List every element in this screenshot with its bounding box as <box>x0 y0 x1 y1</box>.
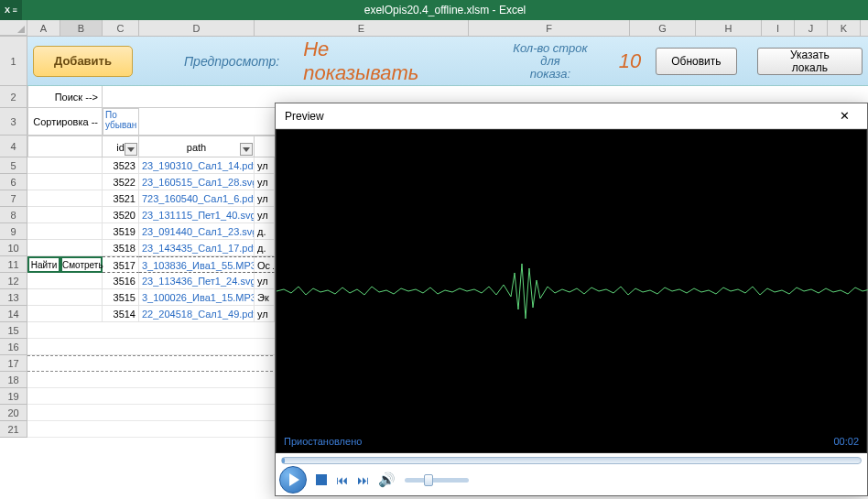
cell-path[interactable]: 23_113436_Пет1_24.svg <box>139 273 255 289</box>
table-row[interactable]: 352323_190310_Сал1_14.pdfул <box>27 157 275 174</box>
cell-e[interactable]: Ос Ле <box>255 256 275 273</box>
cell-e[interactable]: ул <box>255 306 275 322</box>
col-F[interactable]: F <box>469 20 630 36</box>
row-16[interactable]: 16 <box>0 339 27 355</box>
cell-path[interactable]: 23_143435_Сал1_17.pdf <box>139 240 255 256</box>
cell-ab[interactable] <box>27 157 103 174</box>
add-button[interactable]: Добавить <box>33 46 133 77</box>
cell-ab[interactable] <box>27 174 103 190</box>
row-11[interactable]: 11 <box>0 256 27 273</box>
cell-ab[interactable] <box>27 273 103 289</box>
cell-ab[interactable] <box>27 240 103 256</box>
table-row[interactable]: 351623_113436_Пет1_24.svgул <box>27 273 275 289</box>
col-B[interactable]: B <box>60 20 103 36</box>
table-row[interactable]: 351422_204518_Сал1_49.pdfул <box>27 306 275 322</box>
table-row[interactable]: 352223_160515_Сал1_28.svgул <box>27 174 275 190</box>
cell-e[interactable]: ул <box>255 190 275 207</box>
volume-icon[interactable]: 🔊 <box>378 472 396 488</box>
cell-id[interactable]: 3515 <box>103 289 139 306</box>
row-4[interactable]: 4 <box>0 136 27 157</box>
cell-path[interactable]: 22_204518_Сал1_49.pdf <box>139 306 255 322</box>
th-id[interactable]: id <box>103 136 139 157</box>
row-19[interactable]: 19 <box>0 388 27 405</box>
cell-id[interactable]: 3523 <box>103 157 139 174</box>
volume-slider[interactable] <box>405 478 469 483</box>
view-cell[interactable]: Смотреть <box>60 256 103 273</box>
row-17[interactable]: 17 <box>0 355 27 372</box>
find-cell[interactable]: Найти <box>27 256 60 273</box>
cell-path[interactable]: 23_160515_Сал1_28.svg <box>139 174 255 190</box>
filter-path-icon[interactable] <box>240 143 253 156</box>
table-row[interactable]: 35153_100026_Ива1_15.MP3Эк <box>27 289 275 306</box>
seek-bar[interactable] <box>281 457 862 464</box>
row-20[interactable]: 20 <box>0 405 27 421</box>
row-2[interactable]: 2 <box>0 86 27 108</box>
col-E[interactable]: E <box>255 20 469 36</box>
cell-path[interactable]: 3_100026_Ива1_15.MP3 <box>139 289 255 306</box>
table-row[interactable]: 351923_091440_Сал1_23.svgд. <box>27 223 275 240</box>
cell-id[interactable]: 3517 <box>103 256 139 273</box>
row-15[interactable]: 15 <box>0 322 27 339</box>
col-C[interactable]: C <box>103 20 139 36</box>
cell-id[interactable]: 3516 <box>103 273 139 289</box>
cell-path[interactable]: 723_160540_Сал1_6.pdf <box>139 190 255 207</box>
cell-path[interactable]: 3_103836_Ива1_55.MP3 <box>139 256 255 273</box>
stop-button[interactable] <box>316 474 327 485</box>
cell-path[interactable]: 23_131115_Пет1_40.svg <box>139 207 255 223</box>
cell-path[interactable]: 23_091440_Сал1_23.svg <box>139 223 255 240</box>
row-8[interactable]: 8 <box>0 207 27 223</box>
th-path[interactable]: path <box>139 136 255 157</box>
row-18[interactable]: 18 <box>0 372 27 388</box>
cell-id[interactable]: 3521 <box>103 190 139 207</box>
select-all-corner[interactable] <box>0 20 27 36</box>
cell-ab[interactable] <box>27 289 103 306</box>
cell-id[interactable]: 3518 <box>103 240 139 256</box>
sort-value[interactable]: По убыван <box>103 108 139 136</box>
row-7[interactable]: 7 <box>0 190 27 207</box>
refresh-button[interactable]: Обновить <box>656 48 736 75</box>
col-H[interactable]: H <box>696 20 762 36</box>
preview-titlebar[interactable]: Preview ✕ <box>276 103 867 129</box>
cell-e[interactable]: ул <box>255 174 275 190</box>
row-1[interactable]: 1 <box>0 37 27 86</box>
cell-e[interactable]: ул <box>255 273 275 289</box>
col-I[interactable]: I <box>762 20 795 36</box>
table-row[interactable]: 352023_131115_Пет1_40.svgул <box>27 207 275 223</box>
table-row[interactable]: 351823_143435_Сал1_17.pdfд. <box>27 240 275 256</box>
col-A[interactable]: A <box>27 20 60 36</box>
filter-id-icon[interactable] <box>125 143 137 156</box>
row-9[interactable]: 9 <box>0 223 27 240</box>
cell-ab[interactable] <box>27 190 103 207</box>
row-5[interactable]: 5 <box>0 157 27 174</box>
col-G[interactable]: G <box>630 20 696 36</box>
row-14[interactable]: 14 <box>0 306 27 322</box>
prev-button[interactable]: ⏮ <box>336 473 348 487</box>
rows-value[interactable]: 10 <box>619 49 641 73</box>
cell-ab[interactable] <box>27 207 103 223</box>
col-J[interactable]: J <box>795 20 828 36</box>
cell-ab[interactable] <box>27 306 103 322</box>
row-3[interactable]: 3 <box>0 108 27 136</box>
cell-ab[interactable] <box>27 223 103 240</box>
row-12[interactable]: 12 <box>0 273 27 289</box>
locale-button[interactable]: Указать локаль <box>757 48 863 75</box>
row-21[interactable]: 21 <box>0 421 27 438</box>
col-K[interactable]: K <box>828 20 861 36</box>
cell-path[interactable]: 23_190310_Сал1_14.pdf <box>139 157 255 174</box>
cell-e[interactable]: Эк <box>255 289 275 306</box>
row-6[interactable]: 6 <box>0 174 27 190</box>
table-row[interactable]: 3521723_160540_Сал1_6.pdfул <box>27 190 275 207</box>
cell-e[interactable]: ул <box>255 207 275 223</box>
cell-id[interactable]: 3520 <box>103 207 139 223</box>
row-10[interactable]: 10 <box>0 240 27 256</box>
preview-value[interactable]: Не показывать <box>303 38 443 85</box>
col-D[interactable]: D <box>139 20 255 36</box>
cell-id[interactable]: 3519 <box>103 223 139 240</box>
cell-e[interactable]: д. <box>255 240 275 256</box>
close-icon[interactable]: ✕ <box>830 107 858 125</box>
cell-id[interactable]: 3514 <box>103 306 139 322</box>
cell-e[interactable]: д. <box>255 223 275 240</box>
cell-id[interactable]: 3522 <box>103 174 139 190</box>
next-button[interactable]: ⏭ <box>357 473 369 487</box>
play-button[interactable] <box>279 466 307 494</box>
